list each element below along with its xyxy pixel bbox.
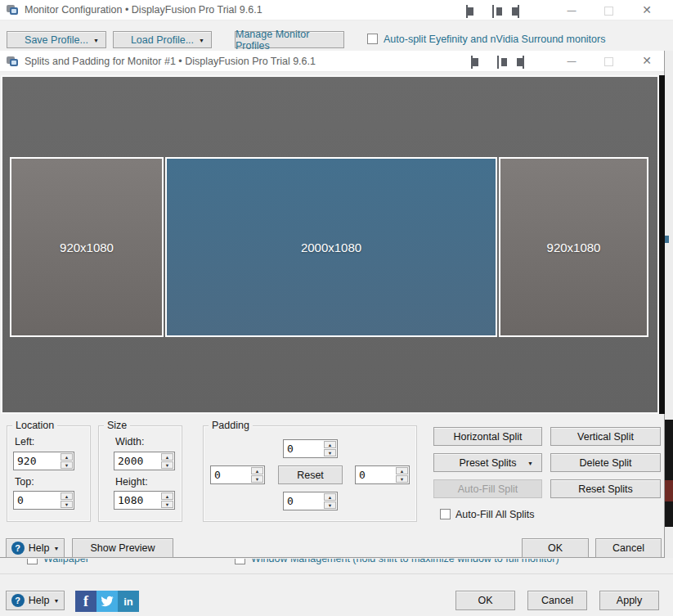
spinner-arrows: ▲ ▼: [323, 492, 337, 510]
horizontal-split-button[interactable]: Horizontal Split: [433, 427, 542, 446]
main-help-button[interactable]: ? Help ▼: [6, 591, 65, 610]
manage-monitor-profiles-label: Manage Monitor Profiles: [236, 29, 343, 52]
spinner-arrows: ▲ ▼: [60, 452, 74, 470]
titlebar-monitor-left-icon[interactable]: [466, 5, 468, 18]
show-preview-label: Show Preview: [90, 542, 155, 554]
twitter-bird-glyph: [101, 595, 114, 608]
displayfusion-logo-icon: [6, 55, 19, 68]
main-cancel-button[interactable]: Cancel: [527, 591, 587, 610]
spin-down-button[interactable]: ▼: [251, 475, 263, 483]
spin-up-button[interactable]: ▲: [61, 453, 73, 461]
spin-up-button[interactable]: ▲: [324, 441, 336, 448]
spin-down-button[interactable]: ▼: [161, 501, 173, 508]
linkedin-icon[interactable]: in: [118, 591, 139, 612]
autosplit-checkbox[interactable]: [367, 34, 378, 44]
spin-down-button[interactable]: ▼: [396, 475, 408, 483]
parent-preview-edge-teal: [665, 236, 669, 243]
window-management-checkbox[interactable]: [235, 559, 245, 564]
save-profile-button[interactable]: Save Profile... ▼: [7, 31, 106, 48]
spinner-arrows: ▲ ▼: [60, 492, 74, 509]
dialog-minimize-button[interactable]: —: [564, 54, 579, 67]
dialog-monitor-left-icon[interactable]: [471, 56, 473, 69]
spin-up-button[interactable]: ▲: [324, 493, 336, 501]
reset-splits-button[interactable]: Reset Splits: [550, 479, 661, 498]
dialog-ok-button[interactable]: OK: [522, 538, 589, 558]
left-spinner-value[interactable]: 920: [14, 452, 60, 470]
manage-monitor-profiles-button[interactable]: Manage Monitor Profiles: [235, 31, 344, 48]
dialog-maximize-button: [604, 57, 613, 66]
padding-bottom-value[interactable]: 0: [284, 492, 323, 510]
dialog-help-button[interactable]: ? Help ▼: [6, 538, 65, 558]
parent-preview-edge-red: [665, 480, 673, 501]
monitor-inner-box: [512, 7, 518, 16]
autosplit-checkbox-label[interactable]: Auto-split Eyefinity and nVidia Surround…: [384, 34, 605, 45]
main-apply-button[interactable]: Apply: [599, 591, 659, 610]
spin-down-button[interactable]: ▼: [324, 449, 336, 456]
dialog-title: Splits and Padding for Monitor #1 • Disp…: [25, 56, 316, 67]
twitter-icon[interactable]: [96, 591, 118, 612]
auto-fill-all-splits-checkbox[interactable]: [440, 509, 451, 519]
monitor-inner-box: [473, 58, 478, 66]
width-spinner[interactable]: 2000 ▲ ▼: [114, 452, 175, 470]
screen: Monitor Configuration • DisplayFusion Pr…: [0, 0, 673, 616]
minimize-button[interactable]: —: [564, 3, 579, 16]
preset-splits-button[interactable]: Preset Splits ▼: [433, 453, 542, 472]
monitor-inner-box: [501, 58, 507, 66]
dialog-close-button[interactable]: ✕: [639, 53, 654, 68]
padding-left-value[interactable]: 0: [211, 466, 250, 483]
auto-fill-all-splits-label[interactable]: Auto-Fill All Splits: [455, 509, 535, 520]
split-region-left[interactable]: 920x1080: [10, 157, 164, 337]
main-window-title: Monitor Configuration • DisplayFusion Pr…: [25, 4, 262, 16]
main-ok-button[interactable]: OK: [455, 591, 515, 610]
left-spinner[interactable]: 920 ▲ ▼: [13, 452, 74, 470]
wallpaper-checkbox-label[interactable]: Wallpaper: [43, 559, 89, 564]
dialog-monitor-right-icon[interactable]: [523, 56, 524, 69]
window-management-checkbox-label[interactable]: Window Management (hold shift to maximiz…: [251, 559, 559, 564]
height-spinner-value[interactable]: 1080: [114, 492, 160, 509]
top-spinner-value[interactable]: 0: [14, 492, 60, 509]
spin-down-button[interactable]: ▼: [324, 501, 336, 509]
spin-up-button[interactable]: ▲: [396, 467, 408, 474]
left-field-label: Left:: [15, 436, 34, 447]
height-spinner[interactable]: 1080 ▲ ▼: [114, 491, 175, 510]
preset-splits-label: Preset Splits: [459, 457, 516, 469]
spin-up-button[interactable]: ▲: [61, 492, 73, 500]
top-spinner[interactable]: 0 ▲ ▼: [13, 491, 74, 510]
spin-up-button[interactable]: ▲: [161, 453, 173, 461]
dialog-monitor-center-icon[interactable]: [497, 56, 499, 69]
split-region-label: 920x1080: [547, 241, 601, 254]
chevron-down-icon: ▼: [53, 598, 59, 604]
show-preview-button[interactable]: Show Preview: [72, 538, 173, 558]
maximize-button: [604, 7, 613, 16]
facebook-icon[interactable]: f: [75, 591, 96, 612]
padding-top-value[interactable]: 0: [284, 440, 323, 457]
dialog-help-label: Help: [29, 542, 50, 554]
width-spinner-value[interactable]: 2000: [114, 452, 160, 470]
spin-up-button[interactable]: ▲: [161, 492, 173, 500]
close-button[interactable]: ✕: [639, 2, 654, 17]
titlebar-monitor-right-icon[interactable]: [518, 5, 519, 18]
spin-up-button[interactable]: ▲: [251, 467, 263, 474]
split-region-right[interactable]: 920x1080: [499, 157, 648, 337]
top-field-label: Top:: [15, 476, 34, 488]
padding-right-value[interactable]: 0: [356, 466, 395, 483]
titlebar-monitor-center-icon[interactable]: [492, 5, 494, 18]
padding-top-spinner[interactable]: 0 ▲ ▼: [283, 439, 338, 458]
vertical-split-button[interactable]: Vertical Split: [550, 427, 661, 446]
load-profile-button[interactable]: Load Profile... ▼: [113, 31, 212, 48]
spin-down-button[interactable]: ▼: [161, 461, 173, 469]
wallpaper-checkbox[interactable]: [27, 559, 38, 564]
parent-clipped-row: Wallpaper Window Management (hold shift …: [0, 559, 665, 573]
delete-split-button[interactable]: Delete Split: [550, 453, 661, 472]
dialog-cancel-button[interactable]: Cancel: [595, 538, 662, 558]
split-region-label: 920x1080: [60, 241, 114, 254]
chevron-down-icon: ▼: [527, 461, 533, 466]
size-legend: Size: [104, 420, 130, 431]
spin-down-button[interactable]: ▼: [61, 461, 73, 469]
spin-down-button[interactable]: ▼: [61, 501, 73, 508]
split-region-center[interactable]: 2000x1080: [165, 157, 497, 337]
padding-bottom-spinner[interactable]: 0 ▲ ▼: [283, 492, 338, 510]
padding-reset-button[interactable]: Reset: [278, 465, 343, 484]
padding-left-spinner[interactable]: 0 ▲ ▼: [210, 465, 265, 484]
padding-right-spinner[interactable]: 0 ▲ ▼: [355, 465, 410, 484]
